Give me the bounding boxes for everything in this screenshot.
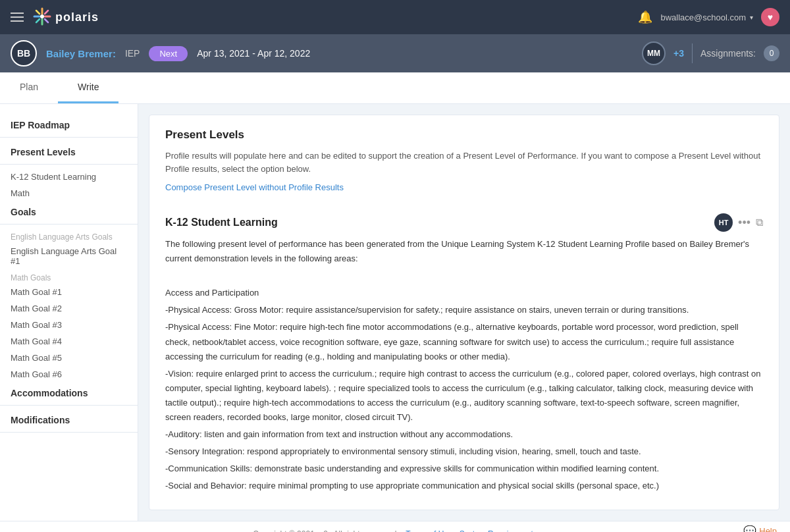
sidebar-section-goals[interactable]: Goals (0, 201, 138, 220)
svg-point-10 (40, 14, 44, 18)
iep-label: IEP (125, 48, 140, 59)
logo: polaris (33, 7, 99, 28)
body-para-blank (165, 269, 763, 283)
plus-count: +3 (673, 48, 684, 59)
footer-sysreq-link[interactable]: System Requirements (460, 529, 537, 533)
student-avatar: BB (11, 40, 37, 66)
user-email: bwallace@school.com (660, 13, 746, 22)
copy-icon[interactable]: ⧉ (756, 217, 763, 228)
section-actions: HT ••• ⧉ (714, 213, 763, 232)
tab-write[interactable]: Write (58, 72, 118, 103)
more-options-icon[interactable]: ••• (738, 216, 750, 230)
sub-header-right: MM +3 Assignments: 0 (642, 41, 779, 65)
chat-icon: 💬 (743, 525, 756, 533)
footer-terms-link[interactable]: Terms of Use (406, 529, 452, 533)
vertical-divider (692, 43, 693, 63)
help-button[interactable]: 💬 Help (743, 525, 777, 533)
sidebar-item-math-pl[interactable]: Math (0, 185, 138, 201)
tab-plan[interactable]: Plan (0, 72, 58, 103)
nav-right: 🔔 bwallace@school.com ▾ ♥ (638, 8, 779, 26)
card-description: Profile results will populate here and c… (165, 149, 763, 175)
logo-icon (33, 7, 51, 28)
date-range: Apr 13, 2021 - Apr 12, 2022 (197, 48, 310, 59)
sidebar-item-math-goal-6[interactable]: Math Goal #6 (0, 366, 138, 383)
sidebar-section-modifications[interactable]: Modifications (0, 410, 138, 428)
sidebar-divider-3 (0, 224, 138, 225)
sidebar-section-accommodations[interactable]: Accommodations (0, 383, 138, 401)
sidebar-section-iep-roadmap[interactable]: IEP Roadmap (0, 115, 138, 133)
sidebar-item-k12[interactable]: K-12 Student Learning (0, 169, 138, 185)
user-menu[interactable]: bwallace@school.com ▾ (660, 13, 753, 22)
body-para-1: Access and Participation (165, 286, 763, 300)
section-header: K-12 Student Learning HT ••• ⧉ (165, 213, 763, 232)
ht-badge: HT (714, 213, 733, 232)
body-para-7: -Communication Skills: demonstrate basic… (165, 462, 763, 476)
card-title: Present Levels (165, 128, 763, 142)
present-levels-card: Present Levels Profile results will popu… (149, 115, 779, 510)
k12-section-title: K-12 Student Learning (165, 217, 278, 228)
tab-bar: Plan Write (0, 72, 790, 104)
sidebar-item-ela-goal-1[interactable]: English Language Arts Goal #1 (0, 243, 138, 269)
student-name: Bailey Bremer: (46, 48, 116, 59)
sidebar-item-math-goal-4[interactable]: Math Goal #4 (0, 333, 138, 350)
math-goals-category: Math Goals (0, 269, 138, 284)
svg-line-8 (45, 11, 48, 14)
help-label: Help (759, 526, 777, 533)
footer-dash: - (454, 529, 457, 533)
sidebar: IEP Roadmap Present Levels K-12 Student … (0, 104, 138, 521)
sidebar-item-math-goal-1[interactable]: Math Goal #1 (0, 284, 138, 300)
hamburger-menu[interactable] (11, 13, 24, 22)
notification-bell-icon[interactable]: 🔔 (638, 10, 652, 24)
body-para-0: The following present level of performan… (165, 237, 763, 266)
svg-line-6 (36, 11, 40, 14)
body-para-4: -Vision: require enlarged print to acces… (165, 367, 763, 425)
heart-icon: ♥ (768, 12, 773, 22)
sidebar-divider-2 (0, 164, 138, 165)
sidebar-item-math-goal-3[interactable]: Math Goal #3 (0, 317, 138, 333)
svg-line-7 (45, 19, 48, 22)
svg-line-9 (36, 19, 40, 22)
chevron-down-icon: ▾ (750, 14, 753, 21)
sidebar-divider-1 (0, 137, 138, 138)
sidebar-divider-5 (0, 432, 138, 433)
assignments-label: Assignments: (700, 48, 756, 59)
sidebar-item-math-goal-5[interactable]: Math Goal #5 (0, 350, 138, 366)
footer-copyright: Copyright © 2021, n2y All rights reserve… (253, 529, 404, 533)
body-text: The following present level of performan… (165, 237, 763, 494)
compose-link[interactable]: Compose Present Level without Profile Re… (165, 182, 344, 192)
body-para-5: -Auditory: listen and gain information f… (165, 427, 763, 442)
sidebar-section-present-levels[interactable]: Present Levels (0, 142, 138, 160)
heart-button[interactable]: ♥ (761, 8, 779, 26)
body-para-8: -Social and Behavior: require minimal pr… (165, 479, 763, 493)
next-button[interactable]: Next (149, 46, 188, 61)
sidebar-item-math-goal-2[interactable]: Math Goal #2 (0, 300, 138, 317)
assignments-count-badge: 0 (764, 45, 779, 61)
sub-header: BB Bailey Bremer: IEP Next Apr 13, 2021 … (0, 34, 790, 72)
content-area: Present Levels Profile results will popu… (138, 104, 790, 521)
top-nav: polaris 🔔 bwallace@school.com ▾ ♥ (0, 0, 790, 34)
mm-avatar: MM (642, 41, 666, 65)
body-para-6: -Sensory Integration: respond appropriat… (165, 444, 763, 459)
body-para-3: -Physical Access: Fine Motor: require hi… (165, 320, 763, 363)
main-content: IEP Roadmap Present Levels K-12 Student … (0, 104, 790, 521)
body-para-2: -Physical Access: Gross Motor: require a… (165, 303, 763, 317)
logo-text: polaris (55, 11, 99, 24)
nav-left: polaris (11, 7, 99, 28)
ela-goals-category: English Language Arts Goals (0, 228, 138, 243)
sidebar-divider-4 (0, 405, 138, 406)
footer: Copyright © 2021, n2y All rights reserve… (0, 521, 790, 533)
